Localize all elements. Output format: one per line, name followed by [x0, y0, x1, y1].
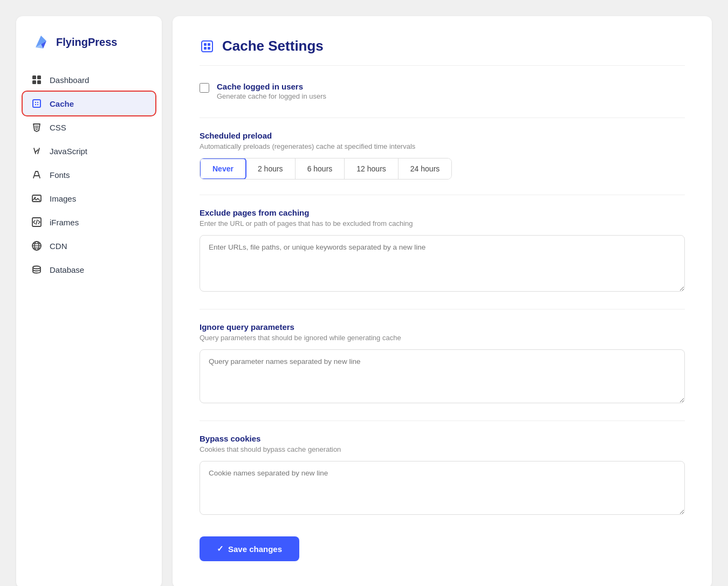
bypass-cookies-textarea[interactable] [200, 461, 685, 515]
logo-icon [31, 32, 51, 52]
sidebar-item-database-label: Database [50, 265, 84, 274]
page-header-icon [200, 39, 215, 54]
svg-rect-12 [204, 43, 207, 46]
sidebar-item-cdn[interactable]: CDN [16, 234, 162, 258]
cdn-icon [31, 240, 42, 251]
exclude-pages-desc: Enter the URL or path of pages that has … [200, 219, 685, 227]
sidebar-item-images[interactable]: Images [16, 187, 162, 210]
sidebar-item-cdn-label: CDN [50, 242, 67, 251]
ignore-query-label: Ignore query parameters [200, 322, 685, 332]
ignore-query-desc: Query parameters that should be ignored … [200, 334, 685, 342]
cache-logged-in-checkbox[interactable] [200, 83, 209, 93]
divider-1 [200, 118, 685, 118]
sidebar-item-iframes-label: iFrames [50, 218, 79, 227]
svg-rect-2 [32, 80, 36, 84]
main-content: Cache Settings Cache logged in users Gen… [173, 16, 712, 586]
preload-option-12h[interactable]: 12 hours [345, 158, 398, 179]
divider-3 [200, 309, 685, 309]
svg-rect-11 [202, 41, 212, 52]
cache-logged-in-desc: Generate cache for logged in users [217, 92, 326, 100]
sidebar-item-cache-label: Cache [50, 99, 74, 108]
sidebar-item-database[interactable]: Database [16, 258, 162, 281]
database-icon [31, 264, 42, 275]
cache-logged-in-text: Cache logged in users Generate cache for… [217, 82, 326, 100]
sidebar-item-dashboard-label: Dashboard [50, 75, 89, 85]
divider-4 [200, 420, 685, 421]
svg-rect-1 [37, 75, 41, 79]
dashboard-icon [31, 74, 42, 85]
svg-rect-14 [204, 47, 207, 50]
sidebar: FlyingPress Dashboard Cache [16, 16, 162, 586]
sidebar-item-css[interactable]: CSS [16, 115, 162, 139]
iframes-icon [31, 217, 42, 227]
svg-rect-13 [208, 43, 210, 46]
fonts-icon [31, 169, 42, 180]
ignore-query-textarea[interactable] [200, 349, 685, 403]
bypass-cookies-desc: Cookies that should bypass cache generat… [200, 445, 685, 453]
scheduled-preload-desc: Automatically preloads (regenerates) cac… [200, 142, 685, 150]
save-button-label: Save changes [228, 544, 282, 554]
preload-options: Never 2 hours 6 hours 12 hours 24 hours [200, 158, 452, 180]
page-header: Cache Settings [200, 38, 685, 66]
preload-option-never[interactable]: Never [200, 158, 246, 180]
exclude-pages-textarea[interactable] [200, 235, 685, 292]
cache-logged-in-label: Cache logged in users [217, 82, 326, 91]
scheduled-preload-section: Scheduled preload Automatically preloads… [200, 131, 685, 180]
sidebar-item-fonts[interactable]: Fonts [16, 163, 162, 187]
preload-option-6h[interactable]: 6 hours [296, 158, 345, 179]
sidebar-item-fonts-label: Fonts [50, 170, 70, 180]
ignore-query-section: Ignore query parameters Query parameters… [200, 322, 685, 405]
sidebar-item-cache[interactable]: Cache [23, 92, 155, 115]
page-title: Cache Settings [222, 38, 324, 54]
images-icon [31, 193, 42, 204]
cache-icon [31, 98, 42, 109]
preload-option-24h[interactable]: 24 hours [399, 158, 451, 179]
exclude-pages-label: Exclude pages from caching [200, 208, 685, 217]
logo-text: FlyingPress [56, 36, 117, 49]
scheduled-preload-label: Scheduled preload [200, 131, 685, 140]
divider-2 [200, 195, 685, 195]
js-icon [31, 146, 42, 156]
save-checkmark-icon: ✓ [217, 544, 224, 554]
sidebar-item-images-label: Images [50, 194, 76, 203]
sidebar-item-dashboard[interactable]: Dashboard [16, 68, 162, 92]
svg-rect-15 [208, 47, 210, 50]
cache-logged-in-section: Cache logged in users Generate cache for… [200, 82, 685, 100]
svg-point-10 [33, 266, 40, 269]
preload-option-2h[interactable]: 2 hours [246, 158, 296, 179]
bypass-cookies-label: Bypass cookies [200, 434, 685, 443]
sidebar-item-javascript[interactable]: JavaScript [16, 139, 162, 163]
sidebar-item-css-label: CSS [50, 123, 66, 132]
svg-rect-4 [33, 100, 40, 107]
svg-rect-0 [32, 75, 36, 79]
sidebar-item-iframes[interactable]: iFrames [16, 210, 162, 234]
nav-list: Dashboard Cache CSS JavaSc [16, 68, 162, 281]
css-icon [31, 122, 42, 133]
svg-rect-3 [37, 80, 41, 84]
bypass-cookies-section: Bypass cookies Cookies that should bypas… [200, 434, 685, 517]
exclude-pages-section: Exclude pages from caching Enter the URL… [200, 208, 685, 294]
logo: FlyingPress [16, 32, 162, 68]
save-button[interactable]: ✓ Save changes [200, 536, 299, 561]
sidebar-item-javascript-label: JavaScript [50, 147, 87, 156]
